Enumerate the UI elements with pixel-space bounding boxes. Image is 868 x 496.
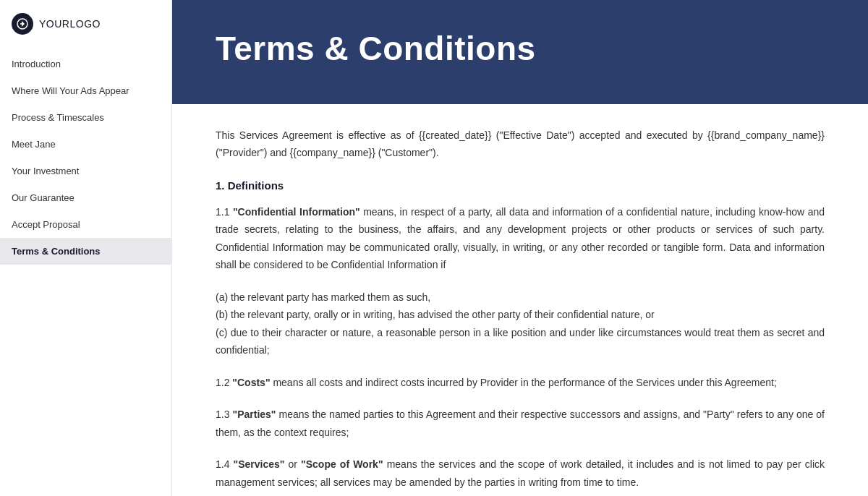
definition-1-1: 1.1 "Confidential Information" means, in… [216, 203, 825, 274]
nav-list: Introduction Where Will Your Ads Appear … [0, 51, 171, 496]
def-1-3-label: 1.3 "Parties" means the named parties to… [216, 409, 825, 438]
sidebar-item-your-investment[interactable]: Your Investment [0, 158, 171, 184]
intro-paragraph: This Services Agreement is effective as … [216, 127, 825, 162]
sidebar-item-where-will-your-ads-appear[interactable]: Where Will Your Ads Appear [0, 77, 171, 104]
content-body: This Services Agreement is effective as … [172, 104, 868, 496]
definition-1-2: 1.2 "Costs" means all costs and indirect… [216, 374, 825, 392]
definition-1-3: 1.3 "Parties" means the named parties to… [216, 406, 825, 441]
sidebar-item-process-timescales[interactable]: Process & Timescales [0, 104, 171, 131]
def-1-1-label: 1.1 "Confidential Information" means, in… [216, 206, 825, 271]
def-1-4-label: 1.4 "Services" or "Scope of Work" means … [216, 458, 825, 488]
definition-1-4: 1.4 "Services" or "Scope of Work" means … [216, 456, 825, 491]
logo-icon [12, 13, 33, 35]
sidebar-item-accept-proposal[interactable]: Accept Proposal [0, 211, 171, 238]
sidebar-item-introduction[interactable]: Introduction [0, 51, 171, 77]
logo-regular: LOGO [69, 18, 100, 30]
main-content: Terms & Conditions This Services Agreeme… [172, 0, 868, 496]
logo-area: YOURLOGO [0, 0, 171, 51]
logo-bold: YOUR [39, 18, 69, 30]
def-1-1-a: (a) the relevant party has marked them a… [216, 291, 825, 356]
sidebar-item-terms-conditions[interactable]: Terms & Conditions [0, 238, 171, 265]
sidebar-item-meet-jane[interactable]: Meet Jane [0, 131, 171, 158]
svg-marker-1 [22, 21, 25, 27]
page-title: Terms & Conditions [216, 29, 825, 68]
def-1-2-label: 1.2 "Costs" means all costs and indirect… [216, 377, 777, 388]
sidebar-item-our-guarantee[interactable]: Our Guarantee [0, 184, 171, 211]
logo-text: YOURLOGO [39, 18, 101, 30]
definition-1-1-abc: (a) the relevant party has marked them a… [216, 288, 825, 359]
section1-heading: 1. Definitions [216, 179, 825, 192]
sidebar: YOURLOGO Introduction Where Will Your Ad… [0, 0, 172, 496]
header-banner: Terms & Conditions [172, 0, 868, 104]
